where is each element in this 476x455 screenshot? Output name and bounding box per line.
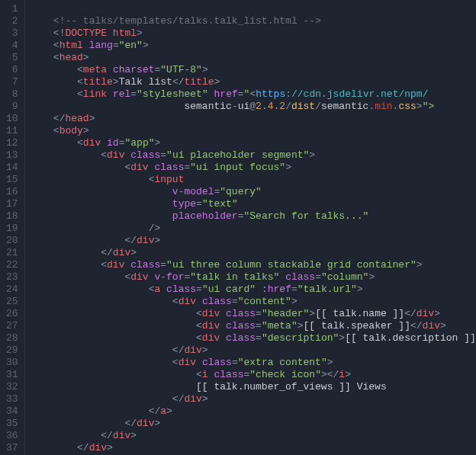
code-content[interactable]: <!-- talks/templates/talks.talk_list.htm… bbox=[25, 0, 476, 455]
code-token bbox=[30, 64, 77, 75]
code-line[interactable]: </div> bbox=[30, 430, 476, 442]
code-line[interactable]: <div v-for="talk in talks" class="column… bbox=[30, 271, 476, 284]
code-line[interactable]: <input bbox=[30, 174, 476, 186]
code-token: semantic bbox=[321, 101, 368, 112]
code-line[interactable]: <!-- talks/templates/talks.talk_list.htm… bbox=[30, 15, 476, 27]
code-token: div bbox=[107, 149, 124, 161]
code-line[interactable]: </a> bbox=[30, 405, 476, 418]
code-token: [[ talk.name ]] bbox=[315, 308, 404, 319]
code-line[interactable]: <body> bbox=[30, 125, 476, 137]
code-editor[interactable]: 1234567891011121314151617181920212223242… bbox=[0, 0, 476, 455]
code-token: div bbox=[113, 247, 130, 258]
code-token: "check icon" bbox=[249, 369, 321, 380]
code-line[interactable]: </div> bbox=[30, 418, 476, 430]
code-token: min bbox=[375, 101, 392, 112]
code-token: > bbox=[285, 162, 291, 173]
code-token: id bbox=[107, 137, 119, 149]
code-line[interactable]: <div class="content"> bbox=[30, 296, 476, 308]
code-token: class bbox=[130, 259, 160, 271]
code-line[interactable]: <link rel="stylesheet" href="<https://cd… bbox=[30, 88, 476, 101]
code-token: > bbox=[83, 52, 89, 63]
code-token: div bbox=[202, 320, 220, 332]
code-token: - bbox=[232, 101, 238, 112]
code-token: :href bbox=[262, 284, 291, 295]
code-line[interactable]: v-model="query" bbox=[30, 186, 476, 198]
code-line[interactable]: <a class="ui card" :href="talk.url"> bbox=[30, 284, 476, 296]
code-token: "en" bbox=[119, 40, 143, 51]
code-line[interactable]: <i class="check icon"></i> bbox=[30, 369, 476, 381]
code-line[interactable]: <div class="ui three column stackable gr… bbox=[30, 259, 476, 271]
code-line[interactable]: type="text" bbox=[30, 198, 476, 210]
code-line[interactable]: <div class="ui input focus"> bbox=[30, 162, 476, 174]
line-number: 7 bbox=[0, 76, 24, 88]
line-number: 10 bbox=[0, 113, 24, 125]
code-token: v-model bbox=[172, 186, 214, 197]
code-line[interactable]: </div> bbox=[30, 393, 476, 405]
code-token bbox=[256, 284, 262, 295]
code-token: i bbox=[339, 369, 345, 380]
code-line[interactable]: <div class="meta">[[ talk.speaker ]]</di… bbox=[30, 320, 476, 332]
code-token: input bbox=[154, 174, 184, 185]
code-token: class bbox=[202, 296, 232, 307]
code-token: "header" bbox=[262, 308, 309, 319]
code-token: : bbox=[285, 88, 291, 100]
code-token: class bbox=[226, 332, 256, 344]
code-token bbox=[30, 101, 185, 112]
code-token: [[ talk.description ]] bbox=[345, 332, 476, 344]
code-token: </ bbox=[410, 320, 423, 332]
line-number: 14 bbox=[0, 162, 24, 174]
code-line[interactable]: <title>Talk list</title> bbox=[30, 76, 476, 88]
code-token: < bbox=[53, 52, 60, 63]
code-token: > bbox=[298, 320, 304, 332]
code-line[interactable]: </div> bbox=[30, 344, 476, 357]
code-token: = bbox=[196, 198, 202, 210]
code-line[interactable]: <div class="ui placeholder segment"> bbox=[30, 149, 476, 162]
code-line[interactable]: <div class="description">[[ talk.descrip… bbox=[30, 332, 476, 344]
code-line[interactable]: /> bbox=[30, 223, 476, 235]
code-line[interactable]: <meta charset="UTF-8"> bbox=[30, 64, 476, 76]
code-line[interactable]: [[ talk.number_of_views ]] Views bbox=[30, 381, 476, 393]
line-number: 37 bbox=[0, 442, 24, 454]
code-line[interactable]: </head> bbox=[30, 113, 476, 125]
code-token: < bbox=[77, 76, 83, 88]
code-token: i bbox=[202, 369, 208, 380]
code-token: type bbox=[172, 198, 196, 210]
line-number: 18 bbox=[0, 210, 24, 223]
code-token: div bbox=[137, 235, 154, 246]
code-line[interactable]: <!DOCTYPE html> bbox=[30, 27, 476, 40]
code-token: 2.4.2 bbox=[256, 101, 285, 112]
code-token: > bbox=[113, 76, 119, 88]
line-number: 29 bbox=[0, 344, 24, 357]
code-token: div bbox=[113, 430, 130, 441]
code-token: = bbox=[130, 88, 137, 100]
code-token: DOCTYPE html bbox=[65, 27, 137, 39]
code-line[interactable]: </div> bbox=[30, 442, 476, 454]
code-token: class bbox=[214, 369, 243, 380]
code-token bbox=[30, 442, 77, 453]
code-line[interactable]: <div class="extra content"> bbox=[30, 357, 476, 369]
code-line[interactable]: </div> bbox=[30, 247, 476, 259]
code-token: > bbox=[137, 27, 143, 39]
code-line[interactable]: <div class="header">[[ talk.name ]]</div… bbox=[30, 308, 476, 320]
code-token: > bbox=[309, 149, 315, 161]
line-number: 20 bbox=[0, 235, 24, 247]
code-token: > bbox=[143, 40, 149, 51]
code-token: div bbox=[184, 393, 201, 405]
code-line[interactable] bbox=[30, 3, 476, 15]
code-line[interactable]: <html lang="en"> bbox=[30, 40, 476, 52]
code-token: "query" bbox=[220, 186, 262, 197]
code-line[interactable]: semantic-ui@2.4.2/dist/semantic.min.css>… bbox=[30, 101, 476, 113]
code-token: = bbox=[291, 284, 298, 295]
code-token bbox=[30, 76, 77, 88]
code-line[interactable]: </div> bbox=[30, 235, 476, 247]
code-token bbox=[30, 369, 196, 380]
code-token: < bbox=[77, 88, 83, 100]
code-token: </ bbox=[77, 442, 89, 453]
code-token: div bbox=[416, 308, 434, 319]
code-line[interactable]: <head> bbox=[30, 52, 476, 64]
code-token: > bbox=[368, 271, 375, 283]
code-line[interactable]: <div id="app"> bbox=[30, 137, 476, 149]
code-token: > bbox=[291, 296, 298, 307]
code-line[interactable]: placeholder="Search for talks..." bbox=[30, 210, 476, 223]
code-token: href bbox=[214, 88, 238, 100]
